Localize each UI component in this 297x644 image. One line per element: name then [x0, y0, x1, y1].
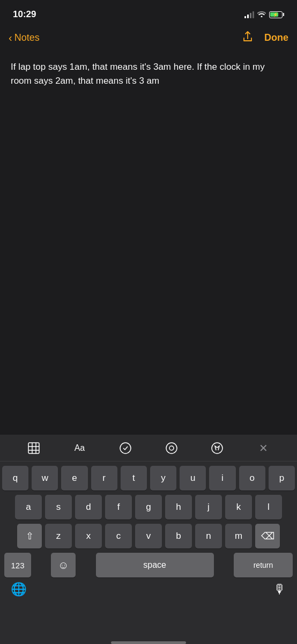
keyboard-toolbar: Aa ✕ — [0, 435, 297, 462]
battery-icon: ⚡ — [269, 11, 285, 18]
key-row-4: 123 ☺ space return — [2, 553, 295, 577]
status-icons: ⚡ — [244, 10, 285, 19]
key-f[interactable]: f — [105, 495, 132, 519]
key-p[interactable]: p — [269, 466, 295, 491]
key-d[interactable]: d — [75, 495, 102, 519]
status-time: 10:29 — [13, 9, 36, 20]
markup-button[interactable] — [207, 438, 227, 458]
key-g[interactable]: g — [135, 495, 162, 519]
checklist-button[interactable] — [116, 438, 135, 458]
key-n[interactable]: n — [195, 524, 222, 548]
key-x[interactable]: x — [75, 524, 102, 548]
key-t[interactable]: t — [121, 466, 147, 491]
svg-point-5 — [120, 443, 131, 453]
toolbar-close-button[interactable]: ✕ — [254, 438, 273, 458]
back-label: Notes — [14, 32, 40, 43]
shift-key[interactable]: ⇧ — [17, 524, 42, 548]
note-content[interactable]: If lap top says 1am, that means it's 3am… — [0, 54, 297, 413]
delete-key[interactable]: ⌫ — [255, 524, 280, 548]
key-j[interactable]: j — [195, 495, 222, 519]
nav-actions: Done — [242, 31, 288, 45]
done-button[interactable]: Done — [264, 32, 288, 43]
table-button[interactable] — [24, 438, 43, 458]
home-indicator — [111, 641, 186, 644]
key-z[interactable]: z — [45, 524, 72, 548]
key-c[interactable]: c — [105, 524, 132, 548]
share-button[interactable] — [242, 31, 254, 45]
key-row-2: a s d f g h j k l — [2, 495, 295, 519]
chevron-left-icon: ‹ — [9, 32, 12, 44]
emoji-key[interactable]: ☺ — [51, 553, 76, 577]
key-l[interactable]: l — [255, 495, 282, 519]
mic-button[interactable]: 🎙 — [273, 582, 286, 597]
key-v[interactable]: v — [135, 524, 162, 548]
key-a[interactable]: a — [15, 495, 42, 519]
status-bar: 10:29 ⚡ — [0, 0, 297, 26]
key-s[interactable]: s — [45, 495, 72, 519]
key-o[interactable]: o — [239, 466, 265, 491]
key-k[interactable]: k — [225, 495, 252, 519]
return-key[interactable]: return — [234, 553, 293, 577]
key-u[interactable]: u — [180, 466, 206, 491]
svg-point-8 — [212, 443, 222, 453]
camera-button[interactable] — [162, 438, 181, 458]
key-row-1: q w e r t y u i o p — [2, 466, 295, 491]
key-r[interactable]: r — [91, 466, 117, 491]
format-button[interactable]: Aa — [70, 438, 89, 458]
key-row-3: ⇧ z x c v b n m ⌫ — [2, 524, 295, 548]
key-b[interactable]: b — [165, 524, 192, 548]
note-text: If lap top says 1am, that means it's 3am… — [11, 60, 286, 87]
wifi-icon — [257, 10, 266, 19]
nav-bar: ‹ Notes Done — [0, 26, 297, 54]
key-w[interactable]: w — [32, 466, 58, 491]
key-m[interactable]: m — [225, 524, 252, 548]
key-e[interactable]: e — [61, 466, 87, 491]
svg-point-6 — [166, 443, 177, 453]
svg-point-7 — [169, 446, 174, 450]
svg-rect-0 — [28, 443, 39, 453]
key-h[interactable]: h — [165, 495, 192, 519]
num-key[interactable]: 123 — [4, 553, 31, 577]
back-button[interactable]: ‹ Notes — [9, 32, 40, 44]
globe-row: 🌐 🎙 — [2, 577, 295, 600]
key-y[interactable]: y — [150, 466, 176, 491]
space-key[interactable]: space — [96, 553, 214, 577]
key-q[interactable]: q — [2, 466, 28, 491]
signal-icon — [244, 11, 254, 18]
globe-button[interactable]: 🌐 — [11, 582, 27, 597]
key-i[interactable]: i — [209, 466, 235, 491]
keyboard: q w e r t y u i o p a s d f g h j k l ⇧ … — [0, 462, 297, 644]
